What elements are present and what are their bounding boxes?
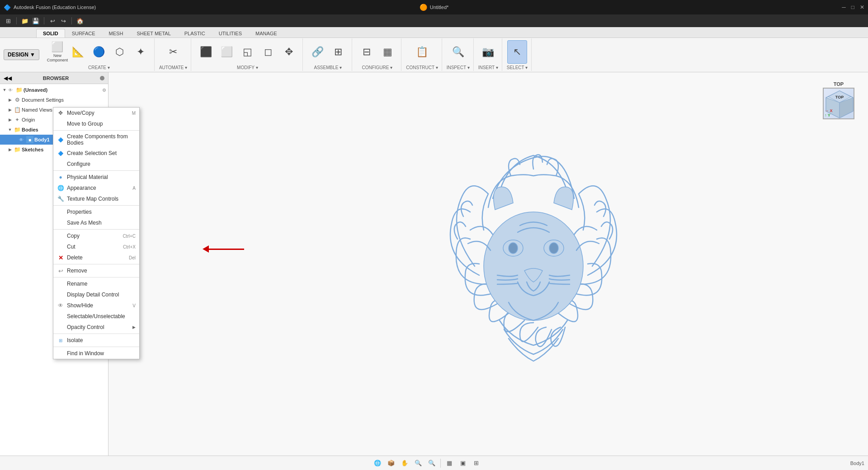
tree-item-doc-settings[interactable]: ▶ ⚙ Document Settings: [0, 95, 108, 105]
ctx-appearance[interactable]: 🌐 Appearance A: [53, 183, 139, 193]
tab-manage[interactable]: MANAGE: [249, 29, 284, 38]
tab-plastic[interactable]: PLASTIC: [178, 29, 212, 38]
home-icon[interactable]: 🏠: [75, 16, 85, 25]
ctx-move-copy[interactable]: ✥ Move/Copy M: [53, 108, 139, 118]
joint-button[interactable]: 🔗: [307, 40, 327, 64]
bodies-arrow[interactable]: ▼: [7, 127, 13, 132]
modify-group-label: MODIFY ▾: [237, 65, 258, 71]
root-collapse-arrow[interactable]: ▼: [2, 88, 7, 92]
view-cube-box[interactable]: TOP → X ↑ Y: [823, 88, 854, 119]
tab-surface[interactable]: SURFACE: [65, 29, 102, 38]
ctx-isolate[interactable]: ⊞ Isolate: [53, 335, 139, 346]
close-button[interactable]: ✕: [860, 4, 864, 10]
named-views-icon: 📋: [14, 106, 21, 113]
maximize-button[interactable]: □: [851, 4, 854, 10]
ctx-appearance-shortcut: A: [132, 186, 136, 191]
ctx-find-in-window-label: Find in Window: [67, 350, 136, 357]
create-sketch-button[interactable]: 📐: [68, 40, 88, 64]
configure-table-icon: ▦: [383, 46, 392, 58]
automate-button[interactable]: ✂: [163, 40, 183, 64]
as-built-joint-button[interactable]: ⊞: [328, 40, 348, 64]
ctx-properties[interactable]: Properties: [53, 207, 139, 217]
redo-icon[interactable]: ↪: [59, 16, 68, 25]
create-solid-button[interactable]: ⬡: [110, 40, 130, 64]
pan-button[interactable]: ✋: [399, 458, 410, 469]
show-hide-icon: 👁: [57, 302, 64, 309]
named-views-arrow[interactable]: ▶: [7, 108, 13, 112]
create-derive-button[interactable]: ✦: [131, 40, 151, 64]
ctx-selectable[interactable]: Selectable/Unselectable: [53, 311, 139, 322]
sketches-arrow[interactable]: ▶: [7, 147, 13, 152]
browser-settings-dot[interactable]: [100, 76, 104, 80]
undo-icon[interactable]: ↩: [48, 16, 57, 25]
display-detail-icon: [57, 291, 64, 298]
ctx-copy[interactable]: Copy Ctrl+C: [53, 230, 139, 241]
ctx-rename-label: Rename: [67, 281, 136, 287]
ctx-delete[interactable]: ✕ Delete Del: [53, 252, 139, 263]
ribbon-group-automate: ✂ AUTOMATE ▾: [156, 38, 191, 71]
ctx-show-hide[interactable]: 👁 Show/Hide V: [53, 300, 139, 311]
open-file-icon[interactable]: 📁: [20, 16, 29, 25]
ctx-opacity[interactable]: Opacity Control ▶: [53, 322, 139, 333]
orbit-button[interactable]: 🌐: [372, 458, 383, 469]
new-component-button[interactable]: ⬜ New Component: [47, 40, 67, 64]
ctx-create-selection-set[interactable]: 🔷 Create Selection Set: [53, 148, 139, 159]
inspect-button[interactable]: 🔍: [448, 40, 468, 64]
select-button[interactable]: ↖: [507, 40, 527, 64]
ctx-find-in-window[interactable]: Find in Window: [53, 348, 139, 359]
quick-access-bar: ⊞ 📁 💾 ↩ ↪ 🏠: [0, 14, 868, 27]
view-cube[interactable]: TOP TOP → X ↑ Y: [818, 81, 859, 122]
ctx-display-detail[interactable]: Display Detail Control: [53, 289, 139, 300]
shell-button[interactable]: ◻: [258, 40, 278, 64]
viewport[interactable]: .lion-stroke { fill: none; stroke: #6a9f…: [108, 72, 868, 456]
configure-table-button[interactable]: ▦: [377, 40, 397, 64]
ctx-rename[interactable]: Rename: [53, 278, 139, 289]
ctx-create-selection-set-label: Create Selection Set: [67, 150, 136, 156]
move-button[interactable]: ✥: [279, 40, 299, 64]
ctx-create-components[interactable]: 🔷 Create Components from Bodies: [53, 132, 139, 148]
origin-arrow[interactable]: ▶: [7, 118, 13, 122]
configure-button[interactable]: ⊟: [357, 40, 377, 64]
lion-drawing: .lion-stroke { fill: none; stroke: #6a9f…: [420, 140, 646, 388]
tab-mesh[interactable]: MESH: [102, 29, 130, 38]
root-visibility-icon[interactable]: 👁: [8, 88, 14, 93]
doc-settings-arrow[interactable]: ▶: [7, 98, 13, 102]
ctx-move-to-group[interactable]: Move to Group: [53, 118, 139, 129]
tab-utilities[interactable]: UTILITIES: [212, 29, 249, 38]
ctx-move-copy-label: Move/Copy: [67, 110, 129, 116]
tree-item-root[interactable]: ▼ 👁 📁 (Unsaved) ⚙: [0, 85, 108, 95]
zoom-fit-button[interactable]: 🔍: [426, 458, 438, 469]
ctx-texture-map[interactable]: 🔧 Texture Map Controls: [53, 193, 139, 204]
title-bar: 🔷 Autodesk Fusion (Education License) 🟠 …: [0, 0, 868, 14]
root-settings-icon[interactable]: ⚙: [102, 88, 106, 93]
visual-style-button[interactable]: ▣: [457, 458, 469, 469]
doc-settings-icon: ⚙: [14, 96, 21, 103]
ctx-physical-material[interactable]: ● Physical Material: [53, 172, 139, 183]
ctx-create-components-label: Create Components from Bodies: [67, 133, 136, 146]
ribbon-group-create: ⬜ New Component 📐 🔵 ⬡ ✦ CREATE ▾: [44, 38, 155, 71]
ctx-remove[interactable]: ↩ Remove: [53, 265, 139, 276]
grid-button[interactable]: ⊞: [471, 458, 482, 469]
zoom-in-button[interactable]: 🔍: [412, 458, 424, 469]
grid-icon[interactable]: ⊞: [4, 16, 13, 25]
ctx-save-as-mesh[interactable]: Save As Mesh: [53, 217, 139, 228]
insert-button[interactable]: 📷: [478, 40, 498, 64]
design-dropdown[interactable]: DESIGN ▼: [4, 49, 39, 60]
browser-expand-icon[interactable]: ◀◀: [4, 75, 12, 81]
ctx-configure[interactable]: Configure: [53, 159, 139, 169]
press-pull-button[interactable]: ⬛: [196, 40, 216, 64]
construct-button[interactable]: 📋: [412, 40, 432, 64]
minimize-button[interactable]: ─: [842, 4, 846, 10]
ctx-sep-2: [53, 170, 139, 171]
tab-solid[interactable]: SOLID: [36, 29, 65, 38]
display-mode-button[interactable]: ▦: [443, 458, 455, 469]
chamfer-button[interactable]: ◱: [237, 40, 257, 64]
window-controls[interactable]: ─ □ ✕: [842, 4, 864, 10]
home-view-button[interactable]: 📦: [385, 458, 397, 469]
save-icon[interactable]: 💾: [31, 16, 40, 25]
create-form-button[interactable]: 🔵: [89, 40, 109, 64]
ctx-cut[interactable]: Cut Ctrl+X: [53, 241, 139, 252]
tab-sheet-metal[interactable]: SHEET METAL: [130, 29, 177, 38]
body1-visibility-icon[interactable]: 👁: [19, 137, 25, 142]
fillet-button[interactable]: ⬜: [217, 40, 236, 64]
